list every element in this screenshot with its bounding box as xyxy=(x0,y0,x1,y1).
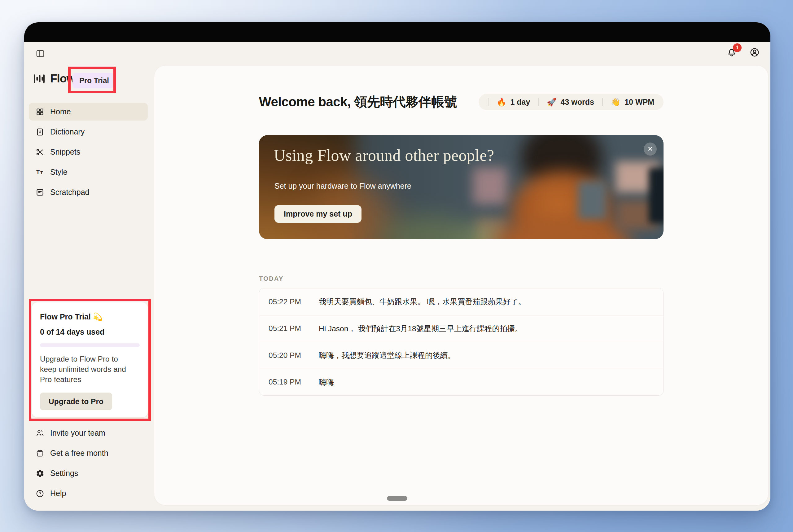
transcript-row[interactable]: 05:21 PM Hi Jason， 我們預計在3月18號星期三早上進行課程的拍… xyxy=(259,315,663,342)
notification-badge: 1 xyxy=(733,43,741,52)
scissors-icon xyxy=(36,148,44,156)
sidebar-nav: Home Dictionary Snippets TT Style xyxy=(29,103,148,201)
logo-row: Flow xyxy=(33,72,75,85)
trial-progress-bar xyxy=(40,343,140,347)
account-icon[interactable] xyxy=(749,47,760,59)
notifications-bell-icon[interactable]: 1 xyxy=(726,47,738,59)
app-surface: 1 xyxy=(24,42,770,511)
pro-trial-card: Flow Pro Trial 💫 0 of 14 days used Upgra… xyxy=(32,302,148,417)
typography-icon: TT xyxy=(36,168,44,177)
sidebar-nav-item[interactable]: TT Style xyxy=(29,163,148,181)
dictionary-icon xyxy=(36,128,44,136)
transcript-time: 05:21 PM xyxy=(269,324,319,333)
transcript-text: 我明天要買麵包、牛奶跟水果。 嗯，水果買番茄跟蘋果好了。 xyxy=(319,297,526,307)
pro-trial-badge: Pro Trial xyxy=(73,73,116,88)
scratchpad-icon xyxy=(36,188,44,197)
main-panel: Welcome back, 領先時代夥伴帳號 🔥 1 day 🚀 xyxy=(154,66,768,505)
sidebar-nav-item[interactable]: Home xyxy=(29,103,148,120)
transcript-row[interactable]: 05:19 PM 嗨嗨 xyxy=(259,369,663,396)
close-icon xyxy=(646,145,654,154)
svg-text:T: T xyxy=(36,169,40,175)
trial-days-used: 0 of 14 days used xyxy=(40,327,140,337)
sidebar-nav-item[interactable]: Scratchpad xyxy=(29,184,148,201)
sidebar-footer-item[interactable]: Help xyxy=(29,484,148,502)
banner-title: Using Flow around other people? xyxy=(274,146,495,165)
transcript-text: 嗨嗨 xyxy=(319,377,334,387)
stat-emoji-icon: 🚀 xyxy=(547,98,556,106)
transcript-list: 05:22 PM 我明天要買麵包、牛奶跟水果。 嗯，水果買番茄跟蘋果好了。 05… xyxy=(259,288,663,396)
sidebar-footer-item[interactable]: Settings xyxy=(29,464,148,482)
transcript-text: Hi Jason， 我們預計在3月18號星期三早上進行課程的拍攝。 xyxy=(319,323,523,334)
sidebar-footer-nav: Invite your team Get a free month Settin… xyxy=(29,424,148,502)
transcript-time: 05:20 PM xyxy=(269,351,319,360)
desktop-background: 1 xyxy=(0,0,793,532)
sidebar-footer-item[interactable]: Get a free month xyxy=(29,444,148,462)
svg-text:T: T xyxy=(40,170,43,175)
stats-pill: 🔥 1 day 🚀 43 words 👋 xyxy=(479,94,663,110)
banner-subtitle: Set up your hardware to Flow anywhere xyxy=(274,182,411,191)
stat-item: 🔥 1 day xyxy=(488,98,538,106)
pro-card-description: Upgrade to Flow Pro to keep unlimited wo… xyxy=(40,354,136,384)
transcript-row[interactable]: 05:20 PM 嗨嗨，我想要追蹤這堂線上課程的後續。 xyxy=(259,342,663,369)
app-window: 1 xyxy=(24,22,770,511)
resize-drag-handle[interactable] xyxy=(387,496,407,501)
pro-card-title: Flow Pro Trial 💫 xyxy=(40,312,140,321)
gear-icon xyxy=(36,469,44,478)
stat-item: 🚀 43 words xyxy=(538,98,602,106)
sidebar-footer-item[interactable]: Invite your team xyxy=(29,424,148,442)
window-titlebar xyxy=(24,22,770,42)
stat-emoji-icon: 🔥 xyxy=(497,98,506,106)
stat-item: 👋 10 WPM xyxy=(602,98,654,106)
sidebar-toggle-icon[interactable] xyxy=(35,49,45,59)
today-section-label: TODAY xyxy=(259,275,663,282)
invite-team-icon xyxy=(36,429,44,437)
improve-setup-button[interactable]: Improve my set up xyxy=(274,205,362,223)
gift-icon xyxy=(36,449,44,458)
upgrade-to-pro-button[interactable]: Upgrade to Pro xyxy=(40,393,112,410)
main-content: Welcome back, 領先時代夥伴帳號 🔥 1 day 🚀 xyxy=(259,66,663,396)
app-name: Flow xyxy=(50,72,75,85)
sidebar-nav-item[interactable]: Dictionary xyxy=(29,123,148,141)
stat-emoji-icon: 👋 xyxy=(611,98,620,106)
transcript-row[interactable]: 05:22 PM 我明天要買麵包、牛奶跟水果。 嗯，水果買番茄跟蘋果好了。 xyxy=(259,288,663,315)
header-actions: 1 xyxy=(726,47,760,59)
transcript-text: 嗨嗨，我想要追蹤這堂線上課程的後續。 xyxy=(319,350,456,360)
dizzy-emoji-icon: 💫 xyxy=(93,312,102,321)
promo-banner: Using Flow around other people? Set up y… xyxy=(259,135,663,239)
sidebar-nav-item[interactable]: Snippets xyxy=(29,143,148,161)
content-header: Welcome back, 領先時代夥伴帳號 🔥 1 day 🚀 xyxy=(259,94,663,110)
flow-logo-icon xyxy=(33,72,46,85)
transcript-time: 05:22 PM xyxy=(269,298,319,306)
banner-close-button[interactable] xyxy=(644,142,657,155)
grid-icon xyxy=(36,108,44,116)
transcript-time: 05:19 PM xyxy=(269,378,319,386)
help-icon xyxy=(36,489,44,498)
welcome-title: Welcome back, 領先時代夥伴帳號 xyxy=(259,93,457,111)
